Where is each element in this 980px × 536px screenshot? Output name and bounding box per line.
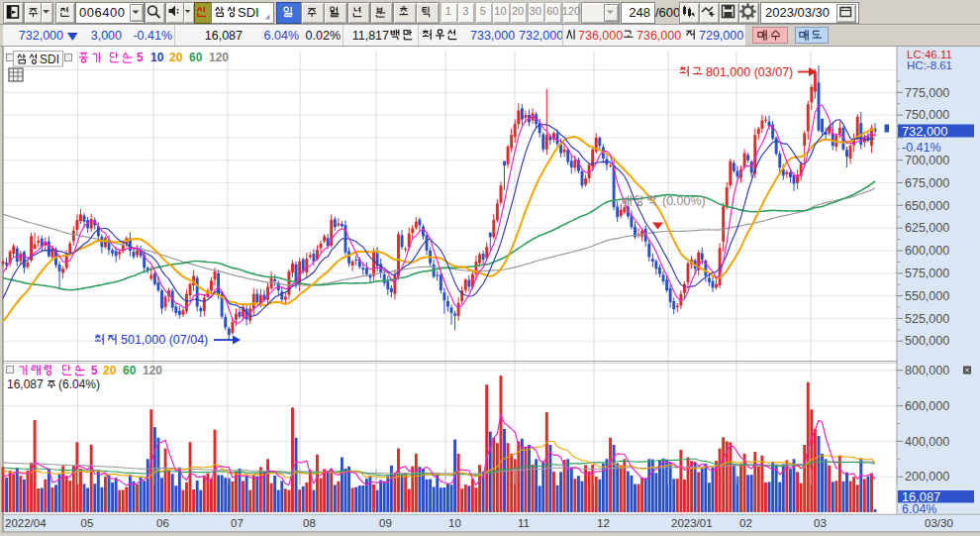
svg-text:(6.04%): (6.04%): [58, 377, 100, 391]
svg-text:400,000: 400,000: [905, 435, 949, 449]
svg-text:08: 08: [303, 517, 316, 529]
svg-text:650,000: 650,000: [905, 199, 949, 213]
svg-text:550,000: 550,000: [905, 289, 949, 303]
svg-text:03: 03: [814, 517, 827, 529]
svg-text:600,000: 600,000: [905, 399, 949, 413]
svg-text:5: 5: [137, 51, 144, 64]
svg-text:LC:46.11: LC:46.11: [907, 49, 952, 60]
svg-text:800,000: 800,000: [905, 364, 949, 377]
svg-text:700,000: 700,000: [905, 154, 949, 167]
svg-text:2022/04: 2022/04: [5, 517, 47, 529]
svg-text:02: 02: [739, 517, 752, 529]
svg-text:200,000: 200,000: [905, 470, 949, 483]
svg-text:120: 120: [209, 51, 229, 64]
svg-text:750,000: 750,000: [905, 108, 949, 122]
svg-text:12: 12: [597, 517, 610, 529]
svg-text:625,000: 625,000: [905, 221, 949, 235]
svg-text:(0.00%): (0.00%): [662, 194, 706, 208]
svg-text:09: 09: [379, 517, 392, 529]
svg-text:20: 20: [169, 51, 183, 64]
svg-text:120: 120: [143, 364, 162, 377]
svg-text:600,000: 600,000: [905, 244, 949, 258]
svg-text:6.04%: 6.04%: [902, 502, 936, 516]
svg-text:06: 06: [156, 517, 169, 529]
svg-text:SDI: SDI: [40, 53, 59, 66]
svg-text:575,000: 575,000: [905, 267, 949, 280]
svg-text:775,000: 775,000: [905, 86, 949, 100]
svg-text:11: 11: [518, 517, 530, 529]
svg-text:03/30: 03/30: [925, 517, 953, 529]
svg-text:525,000: 525,000: [905, 312, 949, 326]
svg-text:10: 10: [150, 51, 164, 64]
svg-text:10: 10: [448, 517, 461, 529]
svg-text:07: 07: [231, 517, 244, 529]
svg-text:60: 60: [123, 364, 137, 377]
svg-text:-0.41%: -0.41%: [902, 141, 941, 155]
svg-text:675,000: 675,000: [905, 176, 949, 190]
svg-text:2023/01: 2023/01: [671, 517, 713, 529]
svg-text:500,000: 500,000: [905, 334, 949, 348]
svg-text:20: 20: [103, 364, 117, 377]
svg-text:801,000 (03/07): 801,000 (03/07): [706, 65, 793, 79]
svg-text:16,087: 16,087: [7, 377, 44, 391]
svg-text:60: 60: [189, 51, 203, 64]
svg-text:5: 5: [91, 364, 98, 377]
svg-text:732,000: 732,000: [902, 124, 947, 139]
svg-text:HC:-8.61: HC:-8.61: [907, 59, 952, 71]
svg-text:501,000 (07/04): 501,000 (07/04): [121, 333, 208, 347]
svg-text:05: 05: [81, 517, 94, 529]
